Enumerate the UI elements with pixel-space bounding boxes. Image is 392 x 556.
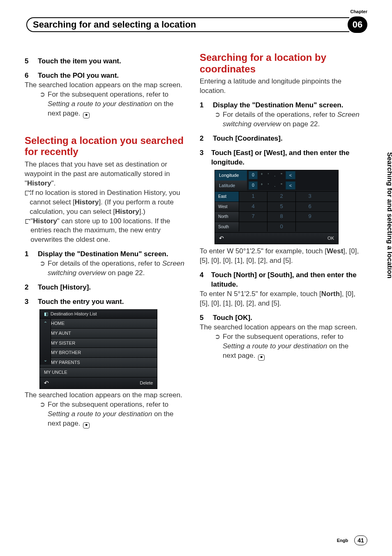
key-8: 8 (267, 212, 295, 222)
step-text: Display the "Destination Menu" screen. (38, 250, 168, 259)
step-6-body: The searched location appears on the map… (25, 81, 187, 90)
crossref-arrow-icon (39, 400, 45, 429)
ok-button: OK (327, 235, 334, 241)
history-title-icon: ◧ (44, 311, 48, 317)
step-text: Display the "Destination Menu" screen. (213, 101, 343, 110)
key-4: 4 (239, 202, 267, 212)
step-text: Touch [Coordinates]. (213, 134, 283, 144)
step-number: 1 (25, 250, 38, 259)
coords-example-north: To enter N 5°1'2.5" for example, touch [… (200, 290, 362, 308)
right-step-5-note: For the subsequent operations, refer to … (200, 332, 362, 361)
note-bullet-icon (25, 217, 30, 245)
list-item: MY BROTHER (40, 348, 157, 358)
step-number: 1 (200, 101, 213, 110)
xref-text: For the subsequent operations, refer to (48, 90, 168, 98)
section-end-icon: ■ (83, 422, 90, 429)
right-step-5-body: The searched location appears on the map… (200, 323, 362, 332)
after-history-body: The searched location appears on the map… (25, 391, 187, 400)
key-6: 6 (295, 202, 324, 212)
key-5: 5 (267, 202, 295, 212)
xref-text: on page 22. (106, 269, 145, 277)
west-button: West (215, 202, 239, 212)
step-text: Touch the POI you want. (38, 71, 119, 81)
backspace-icon: < (286, 181, 295, 190)
text: To enter N 5°1'2.5" for example, touch [ (200, 290, 321, 298)
slot: . (272, 171, 277, 179)
section-end-icon: ■ (83, 112, 90, 118)
left-step-1-note: For details of the operations, refer to … (25, 259, 187, 278)
section-title-bar: Searching for and selecting a location (26, 17, 349, 32)
backspace-icon: < (286, 171, 295, 179)
page-header: Chapter Searching for and selecting a lo… (25, 12, 367, 31)
slot: " (279, 171, 284, 179)
section-end-icon: ■ (258, 354, 265, 361)
crossref-arrow-icon (39, 259, 45, 278)
longitude-label: Longitude (215, 170, 247, 181)
slot: 0 (249, 181, 258, 190)
step-6: 6 Touch the POI you want. (25, 71, 187, 81)
history-title: Destination History List (51, 311, 97, 317)
page-footer: Engb 41 (337, 535, 367, 545)
xref-text: For the subsequent operations, refer to (223, 333, 344, 341)
key-9: 9 (295, 212, 324, 222)
text: ". (51, 179, 56, 187)
section-heading-recent: Selecting a location you searched for re… (25, 135, 187, 158)
xref-text: on page 22. (281, 120, 320, 128)
side-tab: Searching for and selecting a location (385, 152, 392, 335)
list-item: MY SISTER (40, 338, 157, 348)
step-text: Touch the item you want. (38, 57, 121, 66)
back-icon: ↶ (219, 234, 224, 242)
step-number: 3 (25, 297, 38, 307)
slot: 0 (249, 171, 258, 179)
scroll-up-icon: ⌃ (40, 319, 51, 328)
key-blank (295, 222, 324, 232)
text-bold: History (33, 217, 57, 225)
step-text: Touch [History]. (38, 283, 91, 292)
slot: . (272, 182, 277, 189)
latitude-field: 0 ° ' . " < (247, 181, 338, 191)
south-button: South (215, 222, 239, 232)
list-item: MY UNCLE (40, 368, 157, 378)
chapter-label: Chapter (350, 9, 367, 14)
key-3: 3 (295, 192, 324, 202)
footer-language: Engb (337, 538, 348, 543)
slot: ' (266, 182, 271, 189)
xref-link: Setting a route to your destination (223, 342, 327, 350)
chapter-number-badge: 06 (348, 16, 367, 33)
text-bold: History (115, 208, 139, 215)
right-step-1: 1 Display the "Destination Menu" screen. (200, 101, 362, 110)
xref-text: For details of the operations, refer to (48, 259, 162, 267)
left-step-1: 1 Display the "Destination Menu" screen. (25, 250, 187, 259)
left-step-2: 2 Touch [History]. (25, 283, 187, 292)
key-0: 0 (267, 222, 295, 232)
history-list: HOME MY AUNT MY SISTER MY BROTHER MY PAR… (40, 319, 157, 378)
text: To enter W 50°1'2.5" for example, touch … (200, 247, 327, 255)
longitude-field: 0 ° ' . " < (247, 170, 338, 181)
text-bold: North (321, 290, 340, 298)
north-button: North (215, 212, 239, 222)
slot: ° (259, 171, 264, 179)
right-step-5: 5 Touch [OK]. (200, 313, 362, 323)
coords-intro: Entering a latitude and longitude pinpoi… (200, 77, 362, 96)
xref-text: For details of the operations, refer to (223, 111, 337, 118)
delete-button: Delete (140, 380, 153, 386)
list-item: MY PARENTS (40, 358, 157, 368)
back-icon: ↶ (44, 379, 49, 387)
step-text: Touch [OK]. (213, 313, 252, 323)
right-step-3: 3 Touch [East] or [West], and then enter… (200, 148, 362, 167)
latitude-label: Latitude (215, 181, 247, 191)
slot: " (279, 182, 284, 189)
key-blank (239, 222, 267, 232)
step-6-note: For the subsequent operations, refer to … (25, 90, 187, 118)
step-5: 5 Touch the item you want. (25, 57, 187, 66)
text: ].) (139, 208, 145, 215)
page: Chapter Searching for and selecting a lo… (0, 0, 392, 556)
step-number: 3 (200, 148, 211, 167)
right-step-4: 4 Touch [North] or [South], and then ent… (200, 271, 362, 290)
step-number: 2 (200, 134, 213, 144)
crossref-arrow-icon (214, 332, 220, 361)
scrollbar: ⌃ ⌄ (40, 319, 51, 365)
slot: ° (259, 182, 264, 189)
coordinates-keypad-screenshot: Longitude 0 ° ' . " < Latitude 0 ° (214, 170, 339, 245)
step-text: Touch [North] or [South], and then enter… (211, 271, 362, 290)
